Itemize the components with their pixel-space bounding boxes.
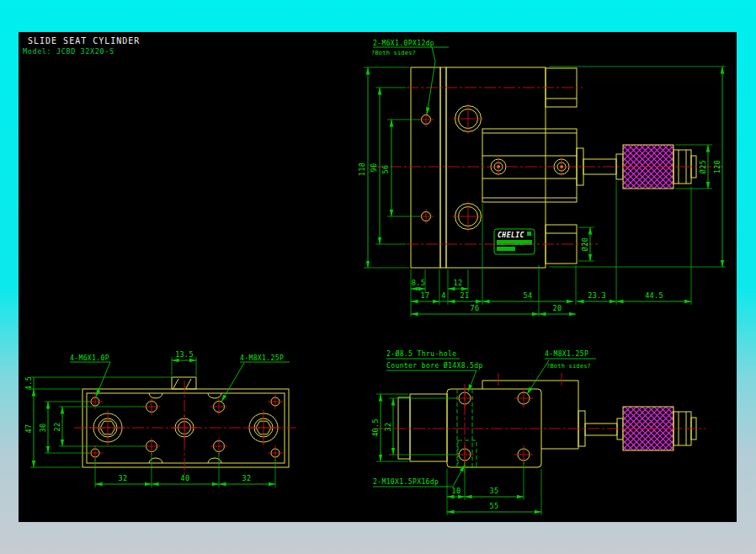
dim-47: 47 <box>24 424 33 434</box>
note-m8-side: 4-M8X1.25P <box>545 350 588 358</box>
brand-nameplate: CHELIC <box>494 229 535 254</box>
dim-76: 76 <box>471 304 480 312</box>
dim-40: 40 <box>181 474 190 482</box>
dim-12: 12 <box>454 279 463 287</box>
dim-20: 20 <box>553 304 562 312</box>
dim-22: 22 <box>53 423 61 432</box>
dim-32b: 32 <box>242 474 252 482</box>
note-m10: 2-M10X1.5PX16dp <box>373 478 439 486</box>
dim-dia25: Ø25 <box>699 160 707 173</box>
note-m6-thread: 2-M6X1.0PX12dp <box>373 40 434 47</box>
dim-30: 30 <box>39 423 47 433</box>
drawing-title: SLIDE SEAT CYLINDER <box>28 36 140 45</box>
nameplate-bar-2 <box>497 247 515 251</box>
note-both-sides: ?Both sides? <box>371 50 416 56</box>
dim-4: 4 <box>441 291 445 300</box>
dim-32: 32 <box>384 423 392 432</box>
note-counter-bore: Counter bore Ø14X8.5dp <box>386 361 483 370</box>
dim-44-5: 44.5 <box>645 291 663 300</box>
dim-dia20: Ø20 <box>581 237 589 251</box>
note-thru-hole: 2-Ø8.5 Thru-hole <box>386 349 456 358</box>
dim-54: 54 <box>524 291 533 300</box>
note-4-m8: 4-M8X1.25P <box>240 354 284 362</box>
dim-10: 10 <box>452 487 461 495</box>
dim-23-3: 23.3 <box>588 291 606 300</box>
dim-90: 90 <box>370 163 378 173</box>
dim-35: 35 <box>490 487 499 495</box>
dim-17: 17 <box>421 291 430 300</box>
dim-55: 55 <box>490 502 499 510</box>
dim-13-5: 13.5 <box>175 350 194 359</box>
cad-drawing: SLIDE SEAT CYLINDER Model: JCBD 32X20-S <box>0 0 756 554</box>
dim-40-5: 40.5 <box>371 418 380 437</box>
dim-120: 120 <box>713 160 721 173</box>
note-4-m6: 4-M6X1.0P <box>70 354 109 362</box>
dim-4-5: 4.5 <box>24 376 33 390</box>
dim-21: 21 <box>461 291 470 300</box>
dim-32a: 32 <box>119 474 128 482</box>
dim-118: 118 <box>358 162 366 176</box>
dim-56: 56 <box>381 165 390 174</box>
note-m8-both-sides: ?Both sides? <box>546 363 591 370</box>
drawing-model: Model: JCBD 32X20-S <box>23 47 114 56</box>
dim-8-5: 8.5 <box>412 279 425 287</box>
cad-application-window: SLIDE SEAT CYLINDER Model: JCBD 32X20-S <box>0 0 756 554</box>
brand-logo-text: CHELIC <box>498 232 524 239</box>
brand-mark-icon <box>527 232 531 236</box>
